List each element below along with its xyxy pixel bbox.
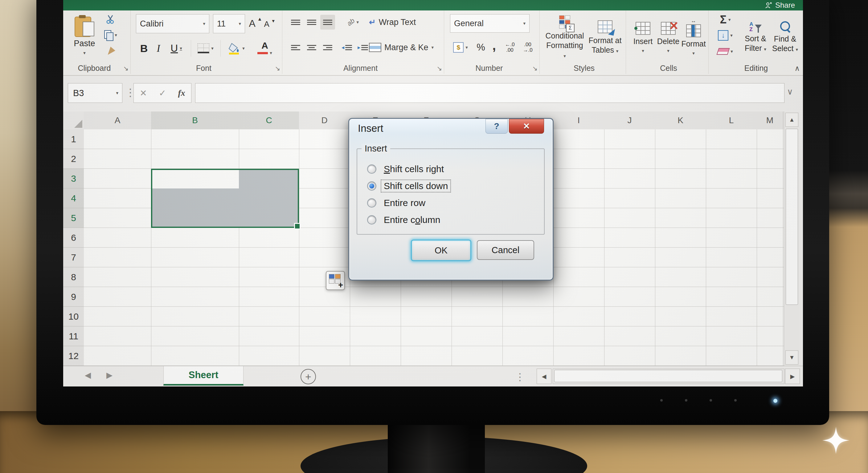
orientation-dropdown-icon[interactable]: ▾ — [356, 20, 359, 25]
increase-decimal-button[interactable]: ←.0 .00 — [502, 39, 518, 56]
accounting-format-button[interactable]: $ ▾ — [450, 39, 471, 56]
radio-option-entire-row[interactable]: Entire row — [367, 198, 450, 208]
number-format-dropdown-icon[interactable]: ▾ — [523, 21, 526, 26]
shrink-font-button[interactable]: A▼ — [263, 16, 277, 32]
selected-range[interactable] — [151, 169, 299, 228]
font-size-dropdown-icon[interactable]: ▾ — [239, 21, 241, 27]
column-header-D[interactable]: D — [299, 111, 350, 130]
copy-dropdown-icon[interactable]: ▾ — [115, 32, 117, 38]
radio-icon[interactable] — [367, 198, 376, 208]
scroll-up-icon[interactable]: ▲ — [785, 113, 798, 127]
select-all-corner[interactable] — [63, 111, 84, 130]
grow-font-button[interactable]: A▲ — [248, 15, 263, 32]
font-color-button[interactable]: A ▾ — [252, 39, 278, 57]
find-select-dropdown-icon[interactable]: ▾ — [796, 47, 798, 52]
fill-button[interactable]: ↓ ▾ — [713, 28, 737, 42]
autosum-dropdown-icon[interactable]: ▾ — [728, 17, 731, 23]
column-header-J[interactable]: J — [604, 111, 655, 130]
row-header-10[interactable]: 10 — [63, 307, 84, 327]
radio-option-shift-cells-right[interactable]: Shift cells right — [367, 164, 450, 174]
column-header-I[interactable]: I — [553, 111, 604, 130]
clear-dropdown-icon[interactable]: ▾ — [731, 49, 733, 54]
comma-style-button[interactable]: , — [489, 38, 499, 54]
delete-cells-button[interactable]: ✕ Delete ▾ — [656, 13, 680, 62]
radio-option-entire-column[interactable]: Entire column — [367, 215, 450, 225]
confirm-entry-icon[interactable]: ✓ — [159, 88, 166, 98]
borders-dropdown-icon[interactable]: ▾ — [211, 45, 214, 51]
align-center-button[interactable] — [304, 40, 319, 55]
row-header-6[interactable]: 6 — [63, 228, 84, 247]
delete-dropdown-icon[interactable]: ▾ — [667, 48, 670, 54]
paste-button[interactable]: Paste ▾ — [71, 13, 98, 59]
insert-options-smart-tag[interactable]: + — [326, 271, 345, 290]
horizontal-scrollbar[interactable] — [553, 369, 784, 384]
align-right-button[interactable] — [320, 40, 335, 55]
name-box-dropdown-icon[interactable]: ▾ — [116, 90, 122, 96]
scroll-left-icon[interactable]: ◀ — [537, 369, 552, 384]
radio-icon[interactable] — [367, 215, 376, 225]
borders-button[interactable]: ▾ — [194, 40, 217, 57]
radio-icon[interactable] — [367, 164, 376, 174]
collapse-ribbon-icon[interactable]: ∧ — [794, 64, 800, 73]
row-header-7[interactable]: 7 — [63, 247, 84, 267]
tab-split-handle-icon[interactable]: ⋮ — [515, 371, 525, 383]
italic-button[interactable]: I — [153, 40, 164, 57]
find-select-button[interactable]: Find &Select ▾ — [771, 13, 800, 62]
expand-formula-bar-icon[interactable]: ∨ — [787, 87, 793, 97]
cut-button[interactable] — [103, 13, 118, 26]
tab-scroll-left-icon[interactable]: ◀ — [85, 370, 91, 380]
fill-color-dropdown-icon[interactable]: ▾ — [242, 45, 245, 51]
column-header-B[interactable]: B — [151, 111, 239, 131]
name-box[interactable]: B3 ▾ — [68, 83, 122, 103]
bold-button[interactable]: B — [137, 40, 151, 57]
row-header-11[interactable]: 11 — [63, 327, 84, 346]
ok-button[interactable]: OK — [411, 240, 471, 261]
radio-option-shift-cells-down[interactable]: Shift cells down — [367, 181, 450, 191]
formula-input[interactable] — [195, 83, 784, 103]
share-button[interactable]: Share — [765, 1, 795, 9]
alignment-dialog-launcher-icon[interactable]: ↘ — [436, 65, 442, 72]
accounting-dropdown-icon[interactable]: ▾ — [465, 45, 468, 50]
insert-dropdown-icon[interactable]: ▾ — [642, 48, 644, 54]
vertical-scroll-thumb[interactable] — [786, 129, 798, 305]
align-left-button[interactable] — [288, 40, 303, 55]
horizontal-scroll-thumb[interactable] — [554, 370, 782, 382]
dialog-help-button[interactable]: ? — [486, 119, 508, 134]
column-header-A[interactable]: A — [84, 111, 151, 130]
column-header-L[interactable]: L — [706, 111, 757, 130]
font-dialog-launcher-icon[interactable]: ↘ — [275, 65, 280, 72]
row-header-1[interactable]: 1 — [63, 129, 84, 149]
clear-button[interactable]: ▾ — [713, 44, 737, 59]
font-name-select[interactable]: Calibri ▾ — [136, 14, 209, 33]
font-size-select[interactable]: 11 ▾ — [213, 14, 245, 33]
row-header-8[interactable]: 8 — [63, 267, 84, 287]
percent-style-button[interactable]: % — [474, 39, 488, 56]
insert-function-icon[interactable]: fx — [178, 88, 185, 98]
row-header-9[interactable]: 9 — [63, 287, 84, 307]
format-cells-button[interactable]: ↔ Format ▾ — [682, 13, 705, 62]
sheet-tab-active[interactable]: Sheert — [163, 366, 244, 385]
font-color-dropdown-icon[interactable]: ▾ — [270, 50, 272, 56]
scroll-right-icon[interactable]: ▶ — [785, 369, 800, 384]
merge-center-button[interactable]: Marge & Ke ▾ — [369, 40, 442, 55]
copy-button[interactable]: ▾ — [101, 28, 121, 42]
middle-align-button[interactable] — [304, 15, 319, 30]
column-header-M[interactable]: M — [757, 111, 783, 130]
cancel-entry-icon[interactable]: ✕ — [140, 88, 147, 98]
number-format-select[interactable]: General ▾ — [450, 14, 530, 33]
autosum-button[interactable]: Σ ▾ — [713, 12, 737, 27]
clipboard-dialog-launcher-icon[interactable]: ↘ — [123, 65, 128, 72]
column-header-C[interactable]: C — [239, 111, 299, 131]
format-painter-button[interactable] — [103, 45, 118, 59]
fill-dropdown-icon[interactable]: ▾ — [730, 33, 733, 38]
format-dropdown-icon[interactable]: ▾ — [692, 50, 695, 56]
row-header-5[interactable]: 5 — [63, 208, 85, 228]
conditional-dropdown-icon[interactable]: ▾ — [563, 53, 566, 59]
dialog-close-button[interactable]: ✕ — [509, 119, 544, 134]
decrease-decimal-button[interactable]: .00 →.0 — [520, 39, 536, 56]
bottom-align-button[interactable] — [320, 15, 335, 30]
paste-dropdown-icon[interactable]: ▾ — [83, 50, 86, 56]
underline-dropdown-icon[interactable]: ▾ — [180, 45, 182, 51]
vertical-scrollbar[interactable]: ▲ ▼ — [784, 111, 800, 366]
format-table-dropdown-icon[interactable]: ▾ — [616, 48, 619, 54]
